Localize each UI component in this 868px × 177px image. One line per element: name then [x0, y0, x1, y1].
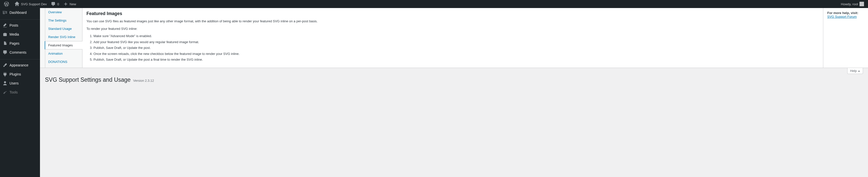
sidebar-item-appearance[interactable]: Appearance	[0, 61, 40, 70]
plus-icon	[63, 1, 68, 6]
site-name-link[interactable]: SVG Support Dev	[12, 0, 49, 8]
help-tab-featured-images[interactable]: Featured Images	[45, 41, 83, 49]
help-toggle-button[interactable]: Help ▲	[847, 68, 863, 74]
help-steps: Make sure "Advanced Mode" is enabled. Ad…	[87, 33, 819, 62]
help-toggle-row: Help ▲	[40, 68, 868, 74]
help-subintro: To render your featured SVG inline:	[87, 26, 819, 31]
help-step: Publish, Save Draft, or Update the post …	[93, 57, 819, 62]
brush-icon	[2, 63, 7, 68]
help-tab-overview[interactable]: Overview	[45, 8, 83, 16]
admin-sidebar: Dashboard Posts Media Pages Comments App…	[0, 8, 40, 86]
home-icon	[14, 1, 20, 6]
sidebar-item-label: Pages	[9, 41, 20, 45]
wp-logo[interactable]	[2, 0, 12, 8]
wordpress-icon	[4, 1, 9, 6]
help-panel: Overview The Settings Standard Usage Ren…	[40, 8, 868, 68]
sidebar-item-pages[interactable]: Pages	[0, 39, 40, 48]
media-icon	[2, 32, 7, 37]
comments-count: 0	[57, 2, 59, 6]
plugin-icon	[2, 72, 7, 77]
help-tab-settings[interactable]: The Settings	[45, 16, 83, 25]
sidebar-item-plugins[interactable]: Plugins	[0, 70, 40, 79]
avatar	[860, 2, 864, 6]
sidebar-item-media[interactable]: Media	[0, 30, 40, 39]
page-version: Version 2.3.12	[133, 79, 154, 82]
help-side-link[interactable]: SVG Support Forum	[827, 15, 857, 19]
help-toggle-label: Help	[850, 69, 857, 73]
new-label: New	[70, 2, 76, 6]
help-side-title: For more help, visit:	[827, 11, 858, 15]
sidebar-item-label: Plugins	[9, 72, 21, 76]
sidebar-item-dashboard[interactable]: Dashboard	[0, 8, 40, 17]
pages-icon	[2, 41, 7, 46]
help-step: Add your featured SVG like you would any…	[93, 40, 819, 45]
help-tab-render-inline[interactable]: Render SVG Inline	[45, 33, 83, 41]
pin-icon	[2, 23, 7, 28]
sidebar-item-label: Comments	[9, 50, 27, 54]
sidebar-item-posts[interactable]: Posts	[0, 21, 40, 30]
help-tab-animation[interactable]: Animation	[45, 49, 83, 58]
sidebar-item-label: Media	[9, 32, 19, 36]
sidebar-item-label: Dashboard	[9, 10, 27, 15]
comments-link[interactable]: 0	[49, 0, 61, 8]
main-content: Overview The Settings Standard Usage Ren…	[40, 8, 868, 86]
help-content: Featured Images You can use SVG files as…	[82, 8, 823, 68]
sidebar-item-label: Appearance	[9, 63, 29, 67]
help-tab-standard-usage[interactable]: Standard Usage	[45, 25, 83, 33]
comments-icon	[2, 50, 7, 55]
admin-bar: SVG Support Dev 0 New Howdy, root	[0, 0, 868, 8]
page-title-text: SVG Support Settings and Usage	[45, 76, 131, 83]
help-tab-donations[interactable]: DONATIONS	[45, 58, 83, 66]
help-step: Make sure "Advanced Mode" is enabled.	[93, 33, 819, 39]
howdy-text: Howdy, root	[841, 2, 858, 6]
help-sidebar: For more help, visit: SVG Support Forum	[823, 8, 868, 68]
help-tabs: Overview The Settings Standard Usage Ren…	[45, 8, 83, 68]
account-link[interactable]: Howdy, root	[839, 0, 866, 8]
chevron-up-icon: ▲	[858, 70, 860, 72]
sidebar-item-label: Users	[9, 81, 19, 85]
sidebar-item-label: Posts	[9, 23, 18, 27]
help-intro: You can use SVG files as featured images…	[87, 19, 819, 24]
help-step: Publish, Save Draft, or Update the post.	[93, 45, 819, 50]
help-step: Once the screen reloads, click the new c…	[93, 51, 819, 56]
help-title: Featured Images	[87, 11, 819, 16]
user-icon	[2, 81, 7, 86]
new-content-link[interactable]: New	[61, 0, 78, 8]
page-title: SVG Support Settings and Usage Version 2…	[40, 74, 868, 86]
site-name: SVG Support Dev	[21, 2, 47, 6]
sidebar-item-comments[interactable]: Comments	[0, 48, 40, 57]
dashboard-icon	[2, 10, 7, 15]
comments-icon	[51, 1, 56, 6]
sidebar-item-users[interactable]: Users	[0, 79, 40, 86]
